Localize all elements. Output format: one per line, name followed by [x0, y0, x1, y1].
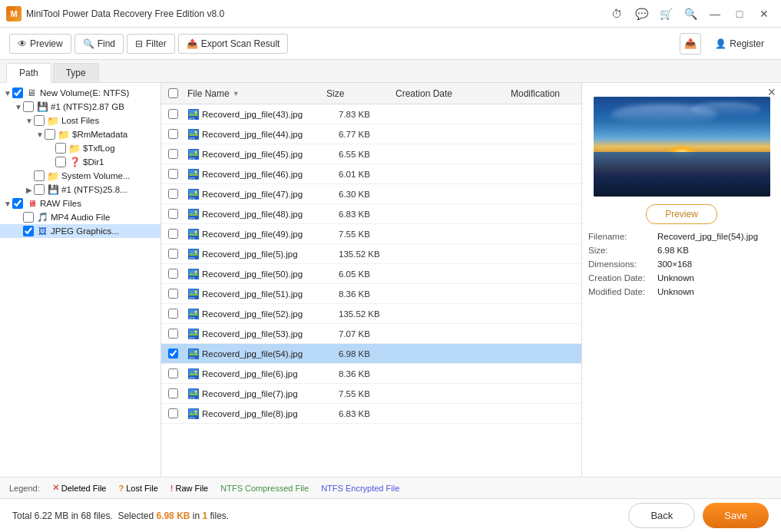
find-icon: 🔍 — [83, 38, 94, 49]
table-row[interactable]: JPGRecoverd_jpg_file(48).jpg6.83 KB — [161, 204, 581, 224]
preview-button[interactable]: Preview — [646, 204, 717, 224]
tree-item-rmmetadata[interactable]: ▼ 📁 $RmMetadata — [0, 127, 161, 141]
info-row-size: Size: 6.98 KB — [588, 246, 775, 255]
tree-item-txflog[interactable]: 📁 $TxfLog — [0, 141, 161, 155]
tree-checkbox-dir1[interactable] — [55, 157, 66, 167]
filter-button[interactable]: ⊟ Filter — [127, 34, 175, 54]
tree-item-dir1[interactable]: ❓ $Dir1 — [0, 155, 161, 169]
search-icon-btn[interactable]: 🔍 — [680, 3, 701, 25]
tree-checkbox-ntfs1[interactable] — [23, 101, 34, 112]
statusbar: Total 6.22 MB in 68 files. Selected 6.98… — [0, 498, 781, 532]
row-checkbox[interactable] — [168, 329, 178, 339]
row-checkbox[interactable] — [168, 189, 178, 199]
row-checkbox[interactable] — [168, 388, 178, 398]
svg-text:JPG: JPG — [189, 157, 195, 160]
table-row[interactable]: JPGRecoverd_jpg_file(47).jpg6.30 KB — [161, 184, 581, 204]
back-button[interactable]: Back — [628, 503, 695, 528]
svg-point-58 — [195, 330, 197, 332]
row-checkbox[interactable] — [168, 289, 178, 299]
jpg-file-icon: JPG — [187, 128, 200, 140]
row-filename: Recoverd_jpg_file(7).jpg — [202, 389, 298, 398]
tree-checkbox-mp4[interactable] — [23, 212, 34, 223]
tree-checkbox-new-volume[interactable] — [12, 88, 23, 98]
table-row[interactable]: JPGRecoverd_jpg_file(54).jpg6.98 KB — [161, 344, 581, 364]
table-row[interactable]: JPGRecoverd_jpg_file(6).jpg8.36 KB — [161, 364, 581, 384]
tree-item-lost-files[interactable]: ▼ 📁 Lost Files — [0, 114, 161, 127]
row-checkbox[interactable] — [168, 309, 178, 319]
share-button[interactable]: 📤 — [680, 33, 701, 55]
close-btn[interactable]: ✕ — [753, 3, 775, 25]
table-row[interactable]: JPGRecoverd_jpg_file(53).jpg7.07 KB — [161, 324, 581, 344]
register-button[interactable]: 👤 Register — [707, 35, 772, 53]
minimize-btn[interactable]: — — [704, 3, 726, 25]
table-row[interactable]: JPGRecoverd_jpg_file(46).jpg6.01 KB — [161, 164, 581, 184]
legend-raw: ! Raw File — [170, 484, 208, 493]
export-button[interactable]: 📤 Export Scan Result — [178, 34, 289, 54]
row-checkbox[interactable] — [168, 249, 178, 259]
tree-checkbox-jpeg[interactable] — [23, 226, 34, 236]
chat-icon-btn[interactable]: 💬 — [630, 3, 652, 25]
table-row[interactable]: JPGRecoverd_jpg_file(49).jpg7.55 KB — [161, 224, 581, 244]
tree-item-new-volume[interactable]: ▼ 🖥 New Volume(E: NTFS) — [0, 86, 161, 100]
table-row[interactable]: JPGRecoverd_jpg_file(7).jpg7.55 KB — [161, 384, 581, 404]
status-buttons: Back Save — [628, 503, 769, 528]
row-filename: Recoverd_jpg_file(48).jpg — [202, 210, 303, 219]
row-checkbox[interactable] — [168, 368, 178, 378]
row-checkbox[interactable] — [168, 169, 178, 179]
save-button[interactable]: Save — [703, 503, 769, 528]
cart-icon-btn[interactable]: 🛒 — [655, 3, 677, 25]
folder-icon: 📁 — [68, 143, 81, 154]
row-filename: Recoverd_jpg_file(46).jpg — [202, 170, 303, 179]
tree-item-ntfs1[interactable]: ▼ 💾 #1 (NTFS)2.87 GB — [0, 100, 161, 114]
table-row[interactable]: JPGRecoverd_jpg_file(45).jpg6.55 KB — [161, 144, 581, 164]
svg-text:JPG: JPG — [189, 396, 195, 400]
table-row[interactable]: JPGRecoverd_jpg_file(8).jpg6.83 KB — [161, 404, 581, 424]
row-checkbox[interactable] — [168, 109, 178, 119]
tree-checkbox-rm[interactable] — [45, 129, 55, 140]
tree-item-mp4[interactable]: 🎵 MP4 Audio File — [0, 210, 161, 224]
header-mod-col[interactable]: Modification — [508, 88, 569, 99]
tree-checkbox-txf[interactable] — [55, 143, 66, 154]
tree-item-raw-files[interactable]: ▼ 🖥 RAW Files — [0, 197, 161, 210]
table-row[interactable]: JPGRecoverd_jpg_file(43).jpg7.83 KB — [161, 104, 581, 124]
row-checkbox[interactable] — [168, 269, 178, 279]
find-button[interactable]: 🔍 Find — [74, 34, 124, 54]
row-checkbox[interactable] — [168, 408, 178, 418]
tree-checkbox-sysv[interactable] — [34, 170, 45, 181]
header-size-col[interactable]: Size — [323, 88, 392, 99]
row-checkbox[interactable] — [168, 349, 178, 359]
select-all-checkbox[interactable] — [168, 88, 178, 98]
status-text: Total 6.22 MB in 68 files. Selected 6.98… — [12, 511, 229, 521]
tab-type[interactable]: Type — [53, 63, 99, 82]
table-row[interactable]: JPGRecoverd_jpg_file(51).jpg8.36 KB — [161, 284, 581, 304]
tree-checkbox-ntfs2[interactable] — [34, 184, 45, 195]
maximize-btn[interactable]: □ — [729, 3, 750, 25]
tree-item-jpeg[interactable]: 🖼 JPEG Graphics... — [0, 224, 161, 238]
svg-text:JPG: JPG — [189, 177, 195, 180]
row-checkbox[interactable] — [168, 229, 178, 239]
header-date-col[interactable]: Creation Date — [392, 88, 508, 99]
table-row[interactable]: JPGRecoverd_jpg_file(44).jpg6.77 KB — [161, 124, 581, 144]
tree-checkbox-lost[interactable] — [34, 115, 45, 126]
row-checkbox[interactable] — [168, 149, 178, 159]
table-row[interactable]: JPGRecoverd_jpg_file(5).jpg135.52 KB — [161, 244, 581, 264]
table-row[interactable]: JPGRecoverd_jpg_file(52).jpg135.52 KB — [161, 304, 581, 324]
file-table-header: File Name ▼ Size Creation Date Modificat… — [161, 83, 581, 104]
file-list: JPGRecoverd_jpg_file(43).jpg7.83 KBJPGRe… — [161, 104, 581, 477]
row-filename: Recoverd_jpg_file(44).jpg — [202, 130, 303, 139]
hdd-icon: 💾 — [36, 101, 48, 112]
header-filename-col[interactable]: File Name ▼ — [184, 88, 323, 99]
table-row[interactable]: JPGRecoverd_jpg_file(50).jpg6.05 KB — [161, 264, 581, 284]
timer-icon-btn[interactable]: ⏱ — [606, 3, 627, 25]
tab-path[interactable]: Path — [6, 63, 51, 83]
jpg-file-icon: JPG — [187, 268, 200, 280]
jpg-file-icon: JPG — [187, 368, 200, 380]
preview-button[interactable]: 👁 Preview — [9, 34, 71, 54]
row-checkbox[interactable] — [168, 209, 178, 219]
tree-item-ntfs2[interactable]: ▶ 💾 #1 (NTFS)25.8... — [0, 183, 161, 197]
row-check-col — [161, 129, 184, 139]
tree-item-systemvol[interactable]: 📁 System Volume... — [0, 169, 161, 183]
hdd-icon: 💾 — [47, 184, 59, 195]
tree-checkbox-raw[interactable] — [12, 198, 23, 209]
row-checkbox[interactable] — [168, 129, 178, 139]
